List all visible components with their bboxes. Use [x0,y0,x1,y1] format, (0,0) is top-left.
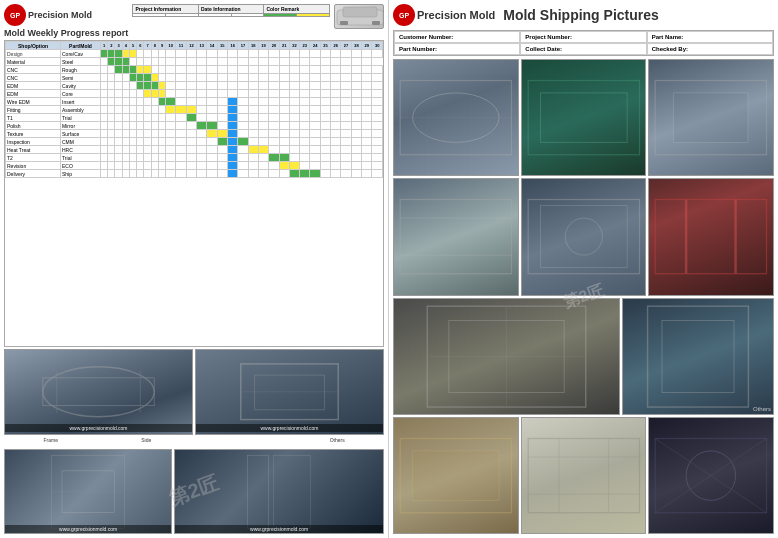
left-photos-row1: www.grprecisionmold.com www.grprecisionm… [4,349,384,435]
left-photo-4-caption: www.grprecisionmold.com [175,525,383,533]
report-title: Mold Weekly Progress report [4,28,128,38]
gantt-row: Material Steel [6,58,383,66]
left-logo-area: GP Precision Mold Mold Weekly Progress r… [4,4,128,38]
svg-rect-27 [540,206,627,268]
label-frame: Frame [4,437,98,447]
left-logo-text: Precision Mold [28,10,92,20]
svg-rect-14 [248,455,269,528]
svg-rect-29 [656,200,767,274]
left-photo-2: www.grprecisionmold.com [195,349,384,435]
left-logo-circle: GP [4,4,26,26]
car-part-icon [334,4,384,29]
shipping-row-1 [393,59,774,176]
left-photo-1-caption: www.grprecisionmold.com [5,424,192,432]
gantt-row: Polish Mirror [6,122,383,130]
shipping-photo-8: Others [622,298,774,415]
info-table: Project Information Date Information Col… [132,4,330,17]
svg-rect-15 [274,455,311,528]
part-name-label: Part Name: [652,34,684,40]
part-number-label: Part Number: [399,46,437,52]
project-number-label: Project Number: [525,34,572,40]
gantt-row: Wire EDM Insert [6,98,383,106]
shipping-photo-7 [393,298,620,415]
shipping-row-3: Others [393,298,774,415]
left-photo-3-caption: www.grprecisionmold.com [5,525,171,533]
shipping-photo-4 [393,178,519,295]
label-others: Others [291,437,385,447]
left-photo-3: www.grprecisionmold.com [4,449,172,535]
left-logo-abbr: GP [10,12,20,19]
part-number-field: Part Number: [394,43,520,55]
svg-point-4 [43,367,154,417]
shipping-photo-5 [521,178,647,295]
left-photo-1: www.grprecisionmold.com [4,349,193,435]
left-header-area: GP Precision Mold Mold Weekly Progress r… [4,4,384,38]
left-page: GP Precision Mold Mold Weekly Progress r… [0,0,389,538]
gantt-row: T2 Trial [6,154,383,162]
gantt-row: Delivery Ship [6,170,383,178]
col-header-part: Part/Mold [61,42,101,50]
left-photos-row2: 第2匠 www.grprecisionmold.com [4,449,384,535]
shipping-row-2 [393,178,774,295]
car-part-svg [335,5,385,30]
svg-rect-23 [400,200,511,274]
svg-rect-5 [43,378,154,406]
gantt-table: Shop/Option Part/Mold 1 2 3 4 5 6 7 8 9 … [5,41,383,178]
project-info-label: Project Information [133,5,199,14]
svg-rect-9 [255,375,325,410]
right-page: GP Precision Mold Mold Shipping Pictures… [389,0,778,538]
shipping-row-4 [393,417,774,534]
label-side: Side [100,437,194,447]
gantt-row: T1 Trial [6,114,383,122]
gantt-row: Inspection CMM [6,138,383,146]
right-logo-circle: GP [393,4,415,26]
shipping-photo-9 [393,417,519,534]
svg-point-28 [565,218,602,255]
svg-rect-19 [528,81,639,155]
customer-number-field: Customer Number: [394,31,520,43]
right-logo-abbr: GP [399,12,409,19]
gantt-row: Revision ECO [6,162,383,170]
svg-rect-26 [528,200,639,274]
date-info-label: Date Information [198,5,264,14]
color-label: Color Remark [264,5,330,14]
right-logo-text: Precision Mold [417,9,495,21]
checked-by-field: Checked By: [647,43,773,55]
left-photo-labels: Frame Side Others [4,437,384,447]
svg-rect-1 [343,7,377,17]
shipping-photo-11 [648,417,774,534]
collect-date-field: Collect Date: [520,43,646,55]
col-header-shop: Shop/Option [6,42,61,50]
gantt-row: EDM Core [6,90,383,98]
shipping-photo-10 [521,417,647,534]
svg-rect-20 [540,93,627,142]
checked-by-label: Checked By: [652,46,688,52]
svg-rect-40 [528,438,639,512]
gantt-container: Shop/Option Part/Mold 1 2 3 4 5 6 7 8 9 … [4,40,384,347]
shipping-photo-2 [521,59,647,176]
right-photo-label-others: Others [753,406,771,412]
right-logo: GP Precision Mold [393,4,495,26]
right-page-title: Mold Shipping Pictures [503,7,659,23]
right-info-grid: Customer Number: Project Number: Part Na… [393,30,774,56]
left-photo-2-caption: www.grprecisionmold.com [196,424,383,432]
part-name-field: Part Name: [647,31,773,43]
shipping-photo-1 [393,59,519,176]
gantt-row: Texture Surface [6,130,383,138]
gantt-row: Design Core/Cav [6,50,383,58]
gantt-row: Heat Treat HRC [6,146,383,154]
svg-rect-3 [372,21,380,25]
left-logo: GP Precision Mold [4,4,128,26]
svg-rect-36 [648,306,749,407]
project-number-field: Project Number: [520,31,646,43]
svg-rect-2 [340,21,348,25]
customer-number-label: Customer Number: [399,34,453,40]
label-other [195,437,289,447]
svg-rect-37 [662,320,734,392]
left-photos-section: www.grprecisionmold.com www.grprecisionm… [4,349,384,534]
left-photo-4: www.grprecisionmold.com [174,449,384,535]
gantt-row: EDM Cavity [6,82,383,90]
collect-date-label: Collect Date: [525,46,562,52]
gantt-row: Fitting Assembly [6,106,383,114]
shipping-photos: 第2匠 [393,59,774,534]
